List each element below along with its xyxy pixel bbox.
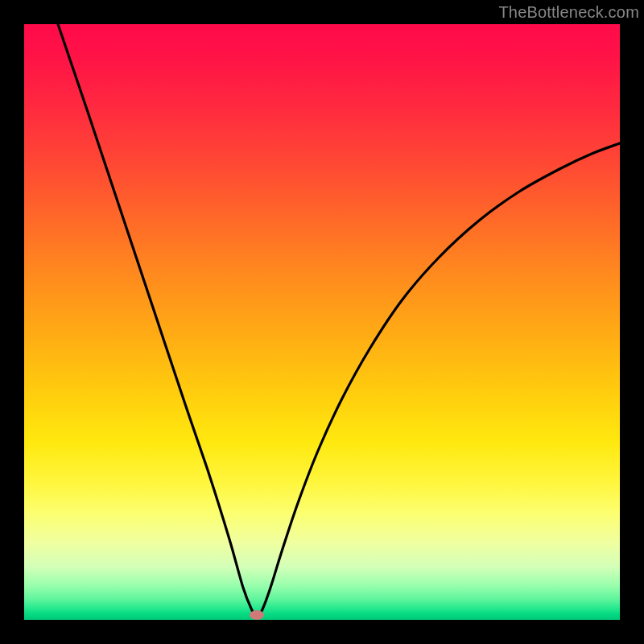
chart-frame: TheBottleneck.com bbox=[0, 0, 644, 644]
bottleneck-curve bbox=[24, 24, 620, 620]
plot-area bbox=[24, 24, 620, 620]
minimum-marker bbox=[250, 610, 264, 620]
watermark-text: TheBottleneck.com bbox=[498, 3, 639, 22]
